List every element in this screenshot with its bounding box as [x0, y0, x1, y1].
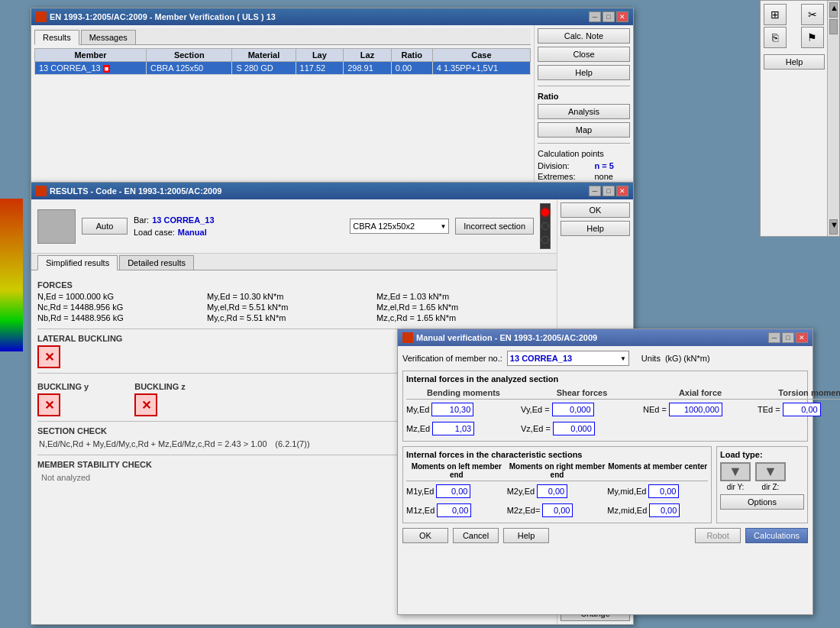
verification-label: Verification of member no.:	[402, 354, 502, 363]
auto-button[interactable]: Auto	[82, 218, 128, 235]
internal-forces-section: Internal forces in the analyzed section …	[402, 371, 808, 442]
dir-z-icon[interactable]: ▼	[755, 462, 786, 481]
results-title: RESULTS - Code - EN 1993-1:2005/AC:2009	[36, 186, 221, 196]
bar-info: Bar: 13 CORREA_13 Load case: Manual	[134, 215, 215, 237]
maximize-button-manual[interactable]: □	[782, 332, 794, 343]
tab-simplified[interactable]: Simplified results	[37, 255, 118, 270]
manual-verification-window: Manual verification - EN 1993-1:2005/AC:…	[397, 329, 813, 615]
bending-moments-header: Bending moments	[406, 388, 521, 400]
calc-points-header: Calculation points	[538, 149, 630, 158]
close-button[interactable]: ✕	[616, 11, 628, 22]
cell-lay: 117.52	[296, 62, 344, 75]
toolbar-icon-scissors[interactable]: ✂	[801, 4, 824, 25]
tab-results[interactable]: Results	[34, 30, 79, 45]
toolbar-icon-copy[interactable]: ⎘	[764, 27, 787, 48]
scrollbar-thumb[interactable]	[829, 19, 838, 34]
cell-section: CBRA 125x50	[147, 62, 232, 75]
calculations-button[interactable]: Calculations	[745, 528, 808, 543]
scrollbar-up-arrow[interactable]: ▲	[829, 2, 838, 18]
m1z-ed-input[interactable]	[437, 503, 471, 517]
mz-el-rd-value: Mz,el,Rd = 1.65 kN*m	[376, 303, 544, 312]
my-el-rd-value: My,el,Rd = 5.51 kN*m	[207, 303, 375, 312]
robot-button[interactable]: Robot	[695, 528, 741, 543]
dir-y-icon[interactable]: ▼	[720, 462, 751, 481]
m2z-ed-input[interactable]	[542, 503, 573, 517]
traffic-light	[540, 203, 551, 249]
toolbar-icon-flag[interactable]: ⚑	[801, 27, 824, 48]
manual-bottom-buttons: OK Cancel Help Robot Calculations	[402, 528, 808, 543]
close-button-results[interactable]: ✕	[616, 186, 628, 196]
char-row-1: M1y,Ed M2y,Ed My,mid,Ed	[406, 484, 708, 500]
minimize-button[interactable]: ─	[589, 11, 601, 22]
manual-verification-titlebar[interactable]: Manual verification - EN 1993-1:2005/AC:…	[398, 329, 813, 346]
ok-button-results[interactable]: OK	[561, 202, 630, 218]
m2y-ed-row: M2y,Ed	[507, 484, 608, 498]
ned-input[interactable]	[669, 403, 722, 416]
char-col-headers: Moments on left member end Moments on ri…	[406, 462, 708, 481]
options-button[interactable]: Options	[720, 494, 804, 510]
vz-ed-input[interactable]	[553, 422, 595, 435]
moments-right-header: Moments on right member end	[507, 462, 608, 481]
mz-mid-ed-input[interactable]	[649, 503, 680, 517]
tab-messages[interactable]: Messages	[81, 30, 136, 44]
mz-ed-row: Mz,Ed	[406, 422, 521, 435]
my-ed-value: My,Ed = 10.30 kN*m	[207, 292, 375, 301]
division-label: Division:	[538, 161, 593, 170]
cell-laz: 298.91	[344, 62, 392, 75]
right-scrollbar[interactable]: ▲ ▼	[827, 1, 839, 236]
maximize-button-results[interactable]: □	[603, 186, 615, 196]
member-verification-titlebar[interactable]: EN 1993-1:2005/AC:2009 - Member Verifica…	[31, 8, 633, 25]
my-mid-ed-label: My,mid,Ed	[607, 487, 646, 496]
incorrect-section-button[interactable]: Incorrect section	[455, 218, 534, 235]
minimize-button-manual[interactable]: ─	[768, 332, 780, 343]
member-verification-window: EN 1993-1:2005/AC:2009 - Member Verifica…	[31, 8, 634, 183]
help-button-results[interactable]: Help	[561, 221, 630, 236]
calc-note-button[interactable]: Calc. Note	[538, 28, 630, 44]
forces-col-headers: Bending moments Shear forces Axial force…	[406, 388, 804, 400]
m1y-ed-input[interactable]	[436, 484, 470, 498]
ted-input[interactable]	[783, 403, 821, 416]
m2y-ed-label: M2y,Ed	[507, 487, 535, 496]
torsion-moment-header: Torsion moment	[758, 388, 840, 400]
member-right-panel: Calc. Note Close Help Ratio Analysis Map…	[534, 25, 633, 183]
scrollbar-down-arrow[interactable]: ▼	[829, 219, 838, 235]
right-buttons: Robot Calculations	[695, 528, 808, 543]
maximize-button[interactable]: □	[603, 11, 615, 22]
vy-ed-input[interactable]	[552, 403, 594, 416]
vy-ed-row: Vy,Ed =	[521, 403, 643, 416]
analysis-button[interactable]: Analysis	[538, 104, 630, 119]
char-row-2: M1z,Ed M2z,Ed= Mz,mid,Ed	[406, 503, 708, 520]
close-button-member[interactable]: Close	[538, 47, 630, 62]
section-dropdown[interactable]: CBRA 125x50x2 ▼	[350, 219, 449, 234]
ok-button-manual[interactable]: OK	[402, 528, 448, 543]
member-dropdown[interactable]: 13 CORREA_13 ▼	[507, 351, 629, 366]
window-controls-member: ─ □ ✕	[589, 11, 628, 22]
my-mid-ed-input[interactable]	[648, 484, 679, 498]
window-controls-manual: ─ □ ✕	[768, 332, 808, 343]
right-help-button[interactable]: Help	[764, 54, 825, 70]
help-button-member[interactable]: Help	[538, 65, 630, 80]
table-row[interactable]: 13 CORREA_13 ■ CBRA 125x50 S 280 GD 117.…	[35, 62, 531, 75]
extremes-value: none	[595, 172, 631, 181]
vz-ed-label: Vz,Ed =	[521, 424, 551, 433]
my-ed-input[interactable]	[431, 403, 473, 416]
minimize-button-results[interactable]: ─	[589, 186, 601, 196]
map-button[interactable]: Map	[538, 122, 630, 138]
mz-ed-input[interactable]	[432, 422, 474, 435]
close-button-manual[interactable]: ✕	[796, 332, 808, 343]
help-button-manual[interactable]: Help	[503, 528, 549, 543]
buckling-y-section: BUCKLING y ✕	[37, 378, 89, 416]
forces-row-2: Mz,Ed Vz,Ed =	[406, 422, 804, 438]
extremes-label: Extremes:	[538, 172, 593, 181]
member-verification-title: EN 1993-1:2005/AC:2009 - Member Verifica…	[36, 11, 276, 22]
member-tab-bar: Results Messages	[34, 28, 531, 45]
char-sections-box: Internal forces in the characteristic se…	[402, 446, 712, 523]
toolbar-icon-grid[interactable]: ⊞	[764, 4, 787, 25]
buckling-z-header: BUCKLING z	[134, 382, 186, 391]
results-titlebar[interactable]: RESULTS - Code - EN 1993-1:2005/AC:2009 …	[31, 183, 633, 199]
m2y-ed-input[interactable]	[537, 484, 567, 498]
nc-rd-value: Nc,Rd = 14488.956 kG	[37, 303, 205, 312]
vy-ed-label: Vy,Ed =	[521, 405, 550, 414]
tab-detailed[interactable]: Detailed results	[119, 255, 194, 270]
cancel-button-manual[interactable]: Cancel	[453, 528, 499, 543]
